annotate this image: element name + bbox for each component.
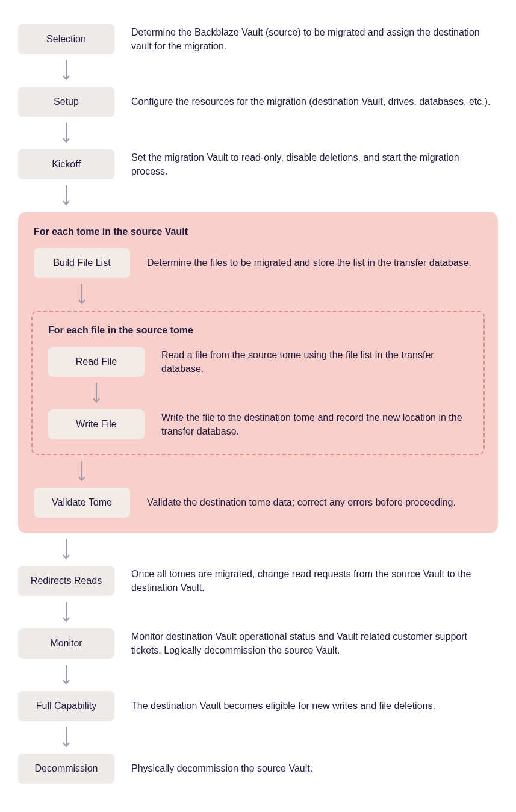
outer-loop-title: For each tome in the source Vault <box>34 226 485 237</box>
step-redirects-reads: Redirects Reads Once all tomes are migra… <box>18 566 498 596</box>
step-setup: Setup Configure the resources for the mi… <box>18 87 498 117</box>
step-desc-write-file: Write the file to the destination tome a… <box>161 411 473 438</box>
step-selection: Selection Determine the Backblaze Vault … <box>18 24 498 54</box>
step-desc-kickoff: Set the migration Vault to read-only, di… <box>131 150 498 178</box>
step-box-redirects-reads: Redirects Reads <box>18 566 114 596</box>
step-desc-full-capability: The destination Vault becomes eligible f… <box>131 699 498 713</box>
arrow-down-icon <box>18 721 114 754</box>
step-box-write-file: Write File <box>48 409 145 439</box>
step-write-file: Write File Write the file to the destina… <box>48 409 473 439</box>
step-box-monitor: Monitor <box>18 628 114 659</box>
step-decommission: Decommission Physically decommission the… <box>18 754 498 784</box>
step-box-decommission: Decommission <box>18 754 114 784</box>
arrow-down-icon <box>18 659 114 691</box>
step-build-file-list: Build File List Determine the files to b… <box>34 248 487 278</box>
arrow-down-icon <box>34 455 130 488</box>
step-validate-tome: Validate Tome Validate the destination t… <box>34 488 487 518</box>
step-box-setup: Setup <box>18 87 114 117</box>
arrow-down-icon <box>18 596 114 628</box>
step-kickoff: Kickoff Set the migration Vault to read-… <box>18 149 498 179</box>
step-read-file: Read File Read a file from the source to… <box>48 347 473 377</box>
inner-loop: For each file in the source tome Read Fi… <box>31 311 485 455</box>
step-desc-decommission: Physically decommission the source Vault… <box>131 761 498 775</box>
arrow-down-icon <box>34 278 130 311</box>
step-box-validate-tome: Validate Tome <box>34 488 130 518</box>
step-desc-read-file: Read a file from the source tome using t… <box>161 348 473 376</box>
step-desc-monitor: Monitor destination Vault operational st… <box>131 630 498 657</box>
step-box-read-file: Read File <box>48 347 145 377</box>
arrow-down-icon <box>18 117 114 149</box>
outer-loop: For each tome in the source Vault Build … <box>18 212 498 533</box>
step-box-selection: Selection <box>18 24 114 54</box>
inner-loop-title: For each file in the source tome <box>48 325 470 336</box>
arrow-down-icon <box>48 377 145 409</box>
flowchart: Selection Determine the Backblaze Vault … <box>18 24 498 784</box>
step-desc-validate-tome: Validate the destination tome data; corr… <box>147 495 487 509</box>
step-desc-build-file-list: Determine the files to be migrated and s… <box>147 256 487 270</box>
step-box-kickoff: Kickoff <box>18 149 114 179</box>
step-desc-selection: Determine the Backblaze Vault (source) t… <box>131 25 498 53</box>
step-desc-redirects-reads: Once all tomes are migrated, change read… <box>131 567 498 595</box>
step-box-full-capability: Full Capability <box>18 691 114 721</box>
step-monitor: Monitor Monitor destination Vault operat… <box>18 628 498 659</box>
arrow-down-icon <box>18 54 114 87</box>
step-box-build-file-list: Build File List <box>34 248 130 278</box>
step-desc-setup: Configure the resources for the migratio… <box>131 95 498 108</box>
arrow-down-icon <box>18 533 114 566</box>
arrow-down-icon <box>18 179 114 212</box>
step-full-capability: Full Capability The destination Vault be… <box>18 691 498 721</box>
